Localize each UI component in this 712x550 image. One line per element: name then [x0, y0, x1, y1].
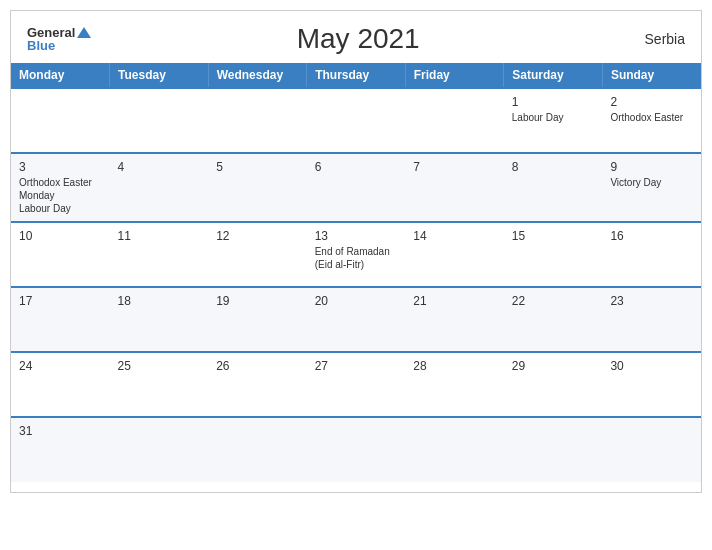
- calendar-cell: 15: [504, 222, 603, 287]
- calendar-cell: 24: [11, 352, 110, 417]
- calendar-cell: 20: [307, 287, 406, 352]
- calendar-cell: [405, 88, 504, 153]
- calendar-cell: 25: [110, 352, 209, 417]
- day-number: 25: [118, 359, 201, 373]
- calendar-cell: 14: [405, 222, 504, 287]
- calendar-cell: 9Victory Day: [602, 153, 701, 222]
- day-number: 11: [118, 229, 201, 243]
- day-number: 17: [19, 294, 102, 308]
- calendar-cell: [504, 417, 603, 482]
- day-number: 29: [512, 359, 595, 373]
- day-number: 7: [413, 160, 496, 174]
- calendar-cell: [602, 417, 701, 482]
- calendar-cell: 18: [110, 287, 209, 352]
- calendar-cell: 16: [602, 222, 701, 287]
- weekday-header-sunday: Sunday: [602, 63, 701, 88]
- calendar-event: Victory Day: [610, 176, 693, 189]
- calendar-cell: 7: [405, 153, 504, 222]
- calendar-event: End of Ramadan (Eid al-Fitr): [315, 245, 398, 271]
- weekday-header-thursday: Thursday: [307, 63, 406, 88]
- calendar-cell: 8: [504, 153, 603, 222]
- calendar-event: Orthodox Easter: [610, 111, 693, 124]
- calendar-cell: [307, 417, 406, 482]
- day-number: 9: [610, 160, 693, 174]
- day-number: 23: [610, 294, 693, 308]
- calendar-cell: 6: [307, 153, 406, 222]
- week-row-5: 24252627282930: [11, 352, 701, 417]
- weekday-header-tuesday: Tuesday: [110, 63, 209, 88]
- day-number: 14: [413, 229, 496, 243]
- day-number: 28: [413, 359, 496, 373]
- calendar-cell: 28: [405, 352, 504, 417]
- weekday-header-monday: Monday: [11, 63, 110, 88]
- day-number: 20: [315, 294, 398, 308]
- calendar-event: Labour Day: [19, 202, 102, 215]
- calendar-cell: 1Labour Day: [504, 88, 603, 153]
- calendar-cell: [110, 417, 209, 482]
- weekday-row: MondayTuesdayWednesdayThursdayFridaySatu…: [11, 63, 701, 88]
- day-number: 22: [512, 294, 595, 308]
- day-number: 19: [216, 294, 299, 308]
- calendar-cell: 17: [11, 287, 110, 352]
- header: General Blue May 2021 Serbia: [11, 11, 701, 63]
- calendar-cell: 3Orthodox Easter MondayLabour Day: [11, 153, 110, 222]
- calendar-table: MondayTuesdayWednesdayThursdayFridaySatu…: [11, 63, 701, 482]
- week-row-2: 3Orthodox Easter MondayLabour Day456789V…: [11, 153, 701, 222]
- day-number: 15: [512, 229, 595, 243]
- logo-blue-text: Blue: [27, 39, 91, 52]
- calendar-cell: 19: [208, 287, 307, 352]
- day-number: 31: [19, 424, 102, 438]
- calendar-event: Labour Day: [512, 111, 595, 124]
- calendar-cell: 4: [110, 153, 209, 222]
- calendar-cell: [405, 417, 504, 482]
- country-label: Serbia: [625, 31, 685, 47]
- week-row-1: 1Labour Day2Orthodox Easter: [11, 88, 701, 153]
- calendar-cell: 2Orthodox Easter: [602, 88, 701, 153]
- calendar-cell: 29: [504, 352, 603, 417]
- calendar-cell: 11: [110, 222, 209, 287]
- weekday-header-friday: Friday: [405, 63, 504, 88]
- calendar-cell: [208, 417, 307, 482]
- day-number: 2: [610, 95, 693, 109]
- day-number: 5: [216, 160, 299, 174]
- calendar-cell: 10: [11, 222, 110, 287]
- day-number: 1: [512, 95, 595, 109]
- day-number: 6: [315, 160, 398, 174]
- calendar-cell: 27: [307, 352, 406, 417]
- calendar-cell: 31: [11, 417, 110, 482]
- calendar-page: General Blue May 2021 Serbia MondayTuesd…: [10, 10, 702, 493]
- calendar-cell: [208, 88, 307, 153]
- weekday-header-saturday: Saturday: [504, 63, 603, 88]
- day-number: 13: [315, 229, 398, 243]
- calendar-cell: 23: [602, 287, 701, 352]
- day-number: 27: [315, 359, 398, 373]
- day-number: 16: [610, 229, 693, 243]
- week-row-4: 17181920212223: [11, 287, 701, 352]
- day-number: 10: [19, 229, 102, 243]
- calendar-cell: [307, 88, 406, 153]
- day-number: 24: [19, 359, 102, 373]
- calendar-cell: 12: [208, 222, 307, 287]
- day-number: 26: [216, 359, 299, 373]
- day-number: 12: [216, 229, 299, 243]
- calendar-cell: [110, 88, 209, 153]
- calendar-cell: 30: [602, 352, 701, 417]
- calendar-body: 1Labour Day2Orthodox Easter3Orthodox Eas…: [11, 88, 701, 482]
- calendar-event: Orthodox Easter Monday: [19, 176, 102, 202]
- week-row-3: 10111213End of Ramadan (Eid al-Fitr)1415…: [11, 222, 701, 287]
- calendar-cell: 13End of Ramadan (Eid al-Fitr): [307, 222, 406, 287]
- calendar-cell: 21: [405, 287, 504, 352]
- calendar-cell: [11, 88, 110, 153]
- logo-triangle-icon: [77, 27, 91, 38]
- calendar-cell: 22: [504, 287, 603, 352]
- day-number: 4: [118, 160, 201, 174]
- calendar-cell: 5: [208, 153, 307, 222]
- calendar-title: May 2021: [91, 23, 625, 55]
- week-row-6: 31: [11, 417, 701, 482]
- weekday-header-wednesday: Wednesday: [208, 63, 307, 88]
- logo: General Blue: [27, 26, 91, 52]
- day-number: 21: [413, 294, 496, 308]
- day-number: 30: [610, 359, 693, 373]
- calendar-cell: 26: [208, 352, 307, 417]
- day-number: 8: [512, 160, 595, 174]
